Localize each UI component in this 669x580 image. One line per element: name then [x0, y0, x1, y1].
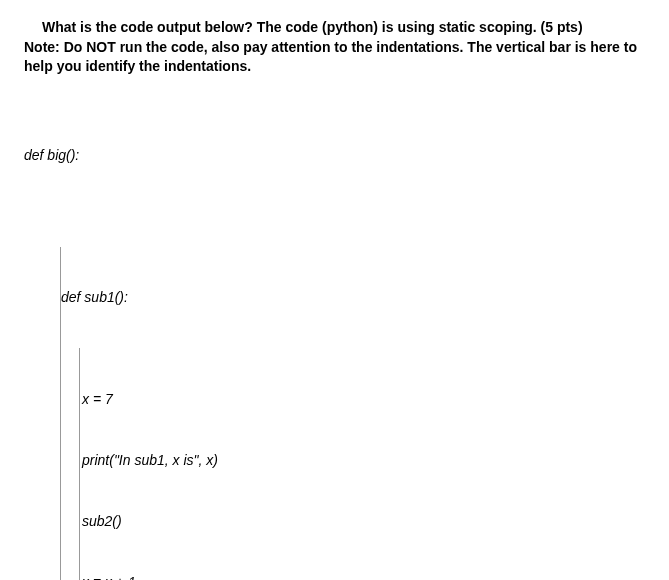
code-indent-level-1: def sub1(): x = 7 print("In sub1, x is",…: [42, 206, 645, 580]
code-line: print("In sub1, x is", x): [82, 450, 645, 470]
code-line: def sub1():: [61, 287, 645, 307]
code-line: x = 7: [82, 389, 645, 409]
code-line: x = x + 1: [82, 572, 645, 580]
code-line: sub2(): [82, 511, 645, 531]
code-block: def big(): def sub1(): x = 7 print("In s…: [24, 105, 645, 580]
code-indent-level-3: x = 7 print("In sub1, x is", x) sub2() x…: [79, 348, 645, 580]
question-title: What is the code output below? The code …: [42, 18, 645, 38]
question-block: What is the code output below? The code …: [24, 18, 645, 77]
code-indent-level-2: def sub1(): x = 7 print("In sub1, x is",…: [60, 247, 645, 580]
code-line: def big():: [24, 145, 645, 165]
question-note: Note: Do NOT run the code, also pay atte…: [24, 38, 645, 77]
